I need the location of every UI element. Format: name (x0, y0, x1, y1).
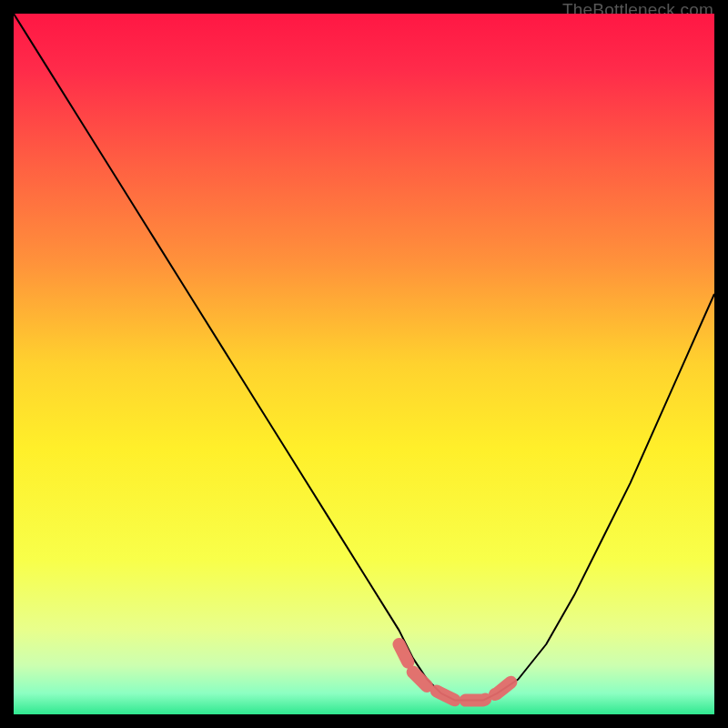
plot-area (14, 14, 714, 714)
chart-background (14, 14, 714, 714)
chart-frame: TheBottleneck.com (0, 0, 728, 728)
bottleneck-chart (14, 14, 714, 714)
